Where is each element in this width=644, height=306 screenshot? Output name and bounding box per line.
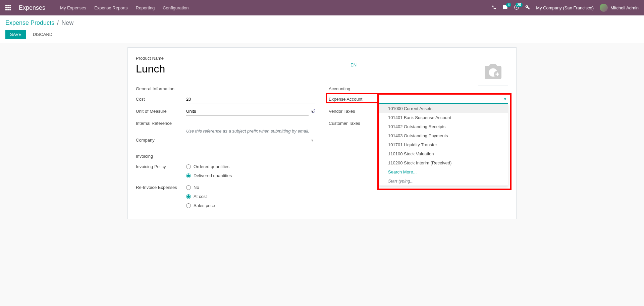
radio-label: Sales price <box>194 203 215 208</box>
dropdown-option[interactable]: 101401 Bank Suspense Account <box>379 113 508 122</box>
breadcrumb-parent[interactable]: Expense Products <box>5 19 54 26</box>
activities-icon[interactable]: 25 <box>514 5 519 11</box>
messages-icon[interactable]: 4 <box>502 5 508 11</box>
activities-badge: 25 <box>516 3 523 7</box>
nav-my-expenses[interactable]: My Expenses <box>60 5 86 10</box>
app-title[interactable]: Expenses <box>19 4 45 11</box>
section-accounting: Accounting <box>329 86 508 91</box>
uom-select[interactable] <box>186 107 309 115</box>
radio-label: Delivered quantities <box>194 173 232 178</box>
dropdown-start-typing[interactable]: Start typing... <box>379 176 508 186</box>
internal-ref-help: Use this reference as a subject prefix w… <box>186 129 315 134</box>
reinvoice-at-cost-radio[interactable]: At cost <box>186 194 315 199</box>
reinvoice-label: Re-Invoice Expenses <box>136 184 186 190</box>
camera-icon <box>483 62 503 79</box>
breadcrumb-current: New <box>61 19 73 26</box>
dropdown-search-more[interactable]: Search More... <box>379 167 508 176</box>
breadcrumb: Expense Products / New <box>5 19 639 27</box>
vendor-taxes-label: Vendor Taxes <box>329 107 379 114</box>
product-name-input[interactable] <box>136 62 337 76</box>
dropdown-option[interactable]: 110100 Stock Valuation <box>379 149 508 158</box>
internal-ref-input[interactable] <box>186 119 315 127</box>
nav-configuration[interactable]: Configuration <box>163 5 189 10</box>
internal-ref-label: Internal Reference <box>136 119 186 126</box>
navbar: Expenses My Expenses Expense Reports Rep… <box>0 0 644 15</box>
messages-badge: 4 <box>506 3 512 7</box>
control-panel: Expense Products / New Save Discard <box>0 15 644 43</box>
uom-label: Unit of Measure <box>136 107 186 114</box>
expense-account-dropdown: 101000 Current Assets 101401 Bank Suspen… <box>379 104 508 186</box>
customer-taxes-label: Customer Taxes <box>329 119 379 126</box>
expense-account-input[interactable] <box>379 95 508 104</box>
company-select[interactable] <box>186 136 315 144</box>
uom-external-link-icon[interactable] <box>311 109 315 114</box>
nav-reporting[interactable]: Reporting <box>136 5 155 10</box>
tools-icon[interactable] <box>525 5 530 11</box>
product-name-label: Product Name <box>136 56 337 61</box>
save-button[interactable]: Save <box>5 30 26 39</box>
reinvoice-sales-price-radio[interactable]: Sales price <box>186 203 315 208</box>
language-badge[interactable]: EN <box>351 62 357 67</box>
radio-label: At cost <box>194 194 207 199</box>
radio-label: Ordered quantities <box>194 164 229 169</box>
invoicing-policy-label: Invoicing Policy <box>136 163 186 169</box>
company-label: Company <box>136 136 186 143</box>
user-avatar <box>600 4 608 12</box>
apps-icon[interactable] <box>5 5 11 10</box>
cost-label: Cost <box>136 95 186 102</box>
invoicing-ordered-radio[interactable]: Ordered quantities <box>186 164 315 169</box>
dropdown-option[interactable]: 101403 Outstanding Payments <box>379 131 508 140</box>
company-selector[interactable]: My Company (San Francisco) <box>536 5 594 10</box>
phone-icon[interactable] <box>492 5 496 11</box>
dropdown-option[interactable]: 101000 Current Assets <box>379 104 508 113</box>
section-invoicing: Invoicing <box>136 154 315 159</box>
user-menu[interactable]: Mitchell Admin <box>600 4 639 12</box>
radio-label: No <box>194 185 199 190</box>
discard-button[interactable]: Discard <box>30 30 55 39</box>
product-image-upload[interactable] <box>478 56 508 86</box>
section-general-info: General Information <box>136 86 315 91</box>
form-sheet: Product Name EN General Information Cost… <box>127 47 517 219</box>
cost-input[interactable] <box>186 95 315 103</box>
user-name: Mitchell Admin <box>610 5 639 10</box>
expense-account-label: Expense Account <box>329 97 362 102</box>
invoicing-delivered-radio[interactable]: Delivered quantities <box>186 173 315 178</box>
dropdown-option[interactable]: 101701 Liquidity Transfer <box>379 140 508 149</box>
dropdown-option[interactable]: 110200 Stock Interim (Received) <box>379 158 508 167</box>
dropdown-option[interactable]: 101402 Outstanding Receipts <box>379 122 508 131</box>
reinvoice-no-radio[interactable]: No <box>186 185 315 190</box>
nav-expense-reports[interactable]: Expense Reports <box>94 5 128 10</box>
